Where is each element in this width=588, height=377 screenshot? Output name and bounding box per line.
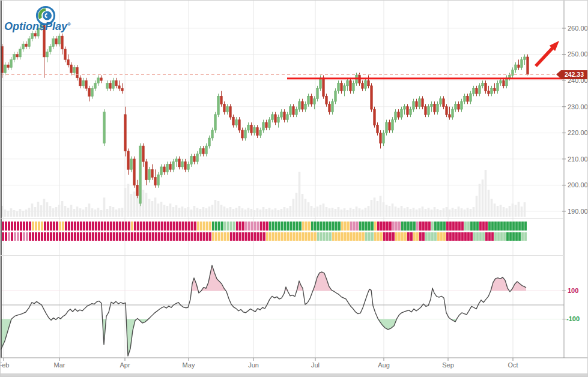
price-tick-label: 220.00: [568, 129, 588, 136]
optionsplay-chart-window: 260.00250.00240.00230.00220.00210.00200.…: [0, 0, 588, 377]
price-tick-label: 190.00: [568, 208, 588, 215]
month-tick-label: Mar: [54, 361, 65, 369]
price-tick-label: 260.00: [568, 25, 588, 32]
month-tick-label: Jul: [311, 361, 320, 369]
last-price-badge: 242.33: [561, 70, 587, 79]
price-axis-labels: 260.00250.00240.00230.00220.00210.00200.…: [562, 25, 588, 215]
price-tick-label: 230.00: [568, 103, 588, 110]
month-tick-label: Sep: [442, 361, 454, 369]
horizontal-scrollbar[interactable]: [1, 373, 588, 377]
month-tick-label: Jun: [248, 361, 259, 369]
candlestick-series: [1, 18, 529, 207]
price-chart-canvas[interactable]: 260.00250.00240.00230.00220.00210.00200.…: [1, 1, 588, 377]
month-tick-label: Feb: [1, 361, 9, 369]
price-tick-label: 250.00: [568, 50, 588, 58]
month-tick-label: May: [183, 361, 195, 369]
price-tick-label: 210.00: [568, 155, 588, 163]
trend-arrow-shaft: [536, 48, 553, 66]
price-tick-label: 200.00: [568, 181, 588, 188]
month-tick-label: Oct: [508, 361, 518, 369]
oscillator-panel: [1, 265, 564, 356]
osc-lower-label: -100: [566, 315, 580, 322]
osc-upper-label: 100: [568, 287, 578, 294]
month-axis-labels: FebMarAprMayJunJulAugSepOct: [1, 358, 518, 369]
annotations: [1, 41, 564, 79]
month-tick-label: Aug: [378, 361, 390, 369]
panel-borders: [1, 1, 588, 377]
month-tick-label: Apr: [120, 361, 130, 369]
volume-series: [1, 170, 526, 217]
oscillator-axis-labels: 100-100: [562, 287, 580, 322]
